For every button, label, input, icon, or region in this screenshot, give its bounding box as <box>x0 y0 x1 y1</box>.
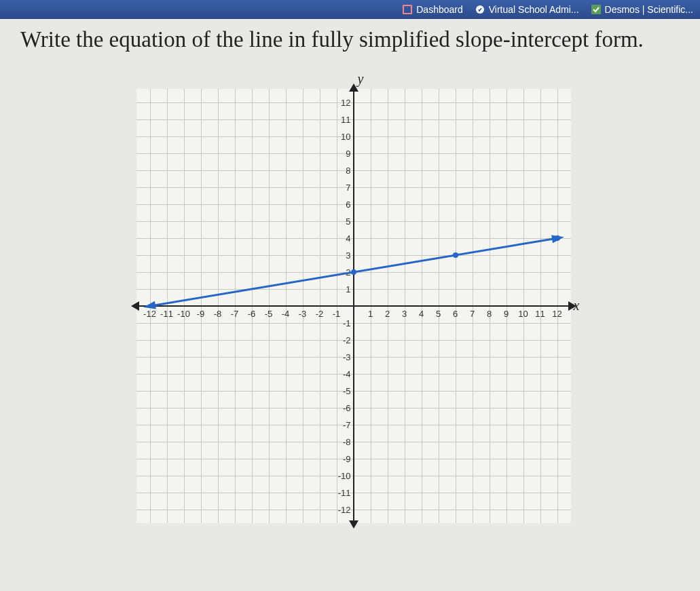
bookmark-label: Desmos | Scientific... <box>605 4 693 15</box>
svg-rect-0 <box>403 5 411 14</box>
bookmark-dashboard[interactable]: Dashboard <box>403 4 463 15</box>
svg-rect-2 <box>591 5 601 14</box>
graph-container: yx-12-11-10-9-8-7-6-5-4-3-2-112345678910… <box>20 82 686 523</box>
content-area: Write the equation of the line in fully … <box>0 19 700 537</box>
bookmark-virtual-school[interactable]: Virtual School Admi... <box>475 4 579 15</box>
plot-point <box>351 269 356 275</box>
virtual-school-icon <box>475 5 485 14</box>
y-axis-label: y <box>358 71 364 87</box>
bookmark-label: Virtual School Admi... <box>489 4 579 15</box>
coordinate-graph[interactable]: yx-12-11-10-9-8-7-6-5-4-3-2-112345678910… <box>136 89 571 523</box>
dashboard-icon <box>403 5 412 14</box>
bookmarks-bar: Dashboard Virtual School Admi... Desmos … <box>0 0 700 19</box>
bookmark-desmos[interactable]: Desmos | Scientific... <box>591 4 693 15</box>
desmos-icon <box>591 5 601 14</box>
question-text: Write the equation of the line in fully … <box>20 24 686 55</box>
x-axis-label: x <box>574 298 580 313</box>
plot-svg <box>136 89 571 523</box>
svg-marker-4 <box>143 301 156 309</box>
bookmark-label: Dashboard <box>416 4 463 15</box>
plot-point <box>555 235 560 241</box>
plot-point <box>453 252 458 258</box>
